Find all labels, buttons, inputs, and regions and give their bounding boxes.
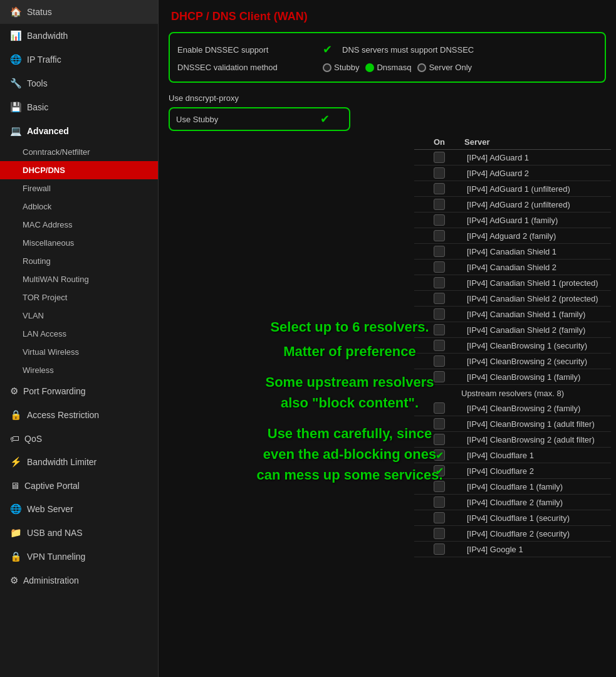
- on-cell[interactable]: [414, 512, 464, 523]
- on-cell[interactable]: [414, 261, 464, 273]
- on-cell[interactable]: [414, 355, 464, 367]
- table-row: [IPv4] Google 1: [414, 542, 611, 557]
- sidebar-item-multiwan[interactable]: MultiWAN Routing: [0, 270, 158, 288]
- sidebar-item-lan-access[interactable]: LAN Access: [0, 325, 158, 343]
- sidebar-item-administration[interactable]: ⚙ Administration: [0, 569, 158, 592]
- sidebar-item-virtual-wireless[interactable]: Virtual Wireless: [0, 343, 158, 361]
- radio-dnsmasq[interactable]: Dnsmasq: [365, 63, 411, 72]
- checkbox-unchecked[interactable]: [434, 293, 445, 304]
- sidebar-item-wireless[interactable]: Wireless: [0, 361, 158, 379]
- on-cell[interactable]: [414, 434, 464, 445]
- sidebar-item-status[interactable]: 🏠 Status: [0, 0, 158, 24]
- checkbox-unchecked[interactable]: [434, 528, 445, 539]
- table-row: [IPv4] Canadian Shield 2: [414, 260, 611, 275]
- on-cell[interactable]: [414, 246, 464, 257]
- sidebar-item-qos[interactable]: 🏷 QoS: [0, 427, 158, 450]
- radio-server-only[interactable]: Server Only: [417, 63, 472, 72]
- checkbox-unchecked[interactable]: [434, 512, 445, 523]
- table-row: [IPv4] CleanBrowsing 1 (security): [414, 338, 611, 354]
- on-cell[interactable]: [414, 528, 464, 539]
- checkbox-unchecked[interactable]: [434, 543, 445, 555]
- on-cell[interactable]: [414, 214, 464, 226]
- on-cell[interactable]: ✔: [414, 465, 464, 476]
- server-cell: [IPv4] CleanBrowsing 1 (family): [464, 372, 611, 382]
- sidebar-item-dhcpdns[interactable]: DHCP/DNS: [0, 161, 158, 179]
- checkbox-unchecked[interactable]: [434, 355, 445, 367]
- checkbox-unchecked[interactable]: [434, 214, 445, 226]
- sidebar-item-vlan[interactable]: VLAN: [0, 307, 158, 325]
- on-cell[interactable]: [414, 340, 464, 351]
- checkbox-unchecked[interactable]: [434, 183, 445, 194]
- sidebar-item-port-forwarding[interactable]: ⚙ Port Forwarding: [0, 379, 158, 403]
- col-header-server: Server: [464, 137, 611, 147]
- checkbox-unchecked[interactable]: [434, 167, 445, 179]
- server-cell: [IPv4] Canadian Shield 2: [464, 263, 611, 272]
- sidebar-item-firewall[interactable]: Firewall: [0, 179, 158, 197]
- sidebar-item-captive-portal[interactable]: 🖥 Captive Portal: [0, 474, 158, 497]
- radio-server-only-label: Server Only: [429, 63, 472, 72]
- on-cell[interactable]: ✔: [414, 449, 464, 461]
- sidebar-item-conntrack[interactable]: Conntrack/Netfilter: [0, 143, 158, 161]
- checkbox-checked[interactable]: ✔: [434, 465, 445, 476]
- checkbox-unchecked[interactable]: [434, 261, 445, 273]
- checkbox-unchecked[interactable]: [434, 230, 445, 241]
- on-cell[interactable]: [414, 402, 464, 414]
- checkbox-unchecked[interactable]: [434, 308, 445, 320]
- sidebar-item-advanced[interactable]: 💻 Advanced: [0, 119, 158, 143]
- sidebar-item-routing[interactable]: Routing: [0, 252, 158, 270]
- checkbox-unchecked[interactable]: [434, 418, 445, 429]
- sidebar-item-bandwidth[interactable]: 📊 Bandwidth: [0, 24, 158, 48]
- checkbox-unchecked[interactable]: [434, 199, 445, 210]
- enable-dnssec-check[interactable]: ✔: [323, 43, 332, 56]
- sidebar-item-web-server[interactable]: 🌐 Web Server: [0, 497, 158, 521]
- sidebar-item-ip-traffic[interactable]: 🌐 IP Traffic: [0, 48, 158, 71]
- on-cell[interactable]: [414, 543, 464, 555]
- checkbox-unchecked[interactable]: [434, 152, 445, 163]
- sidebar-label-routing: Routing: [23, 256, 51, 266]
- sidebar-label-dhcpdns: DHCP/DNS: [23, 165, 65, 175]
- checkbox-unchecked[interactable]: [434, 402, 445, 414]
- sidebar-item-adblock[interactable]: Adblock: [0, 197, 158, 216]
- checkbox-unchecked[interactable]: [434, 371, 445, 382]
- checkbox-unchecked[interactable]: [434, 481, 445, 492]
- radio-dnsmasq-circle: [365, 63, 374, 72]
- sidebar-item-access-restriction[interactable]: 🔒 Access Restriction: [0, 403, 158, 427]
- radio-stubby[interactable]: Stubby: [323, 63, 359, 72]
- on-cell[interactable]: [414, 496, 464, 508]
- use-stubby-check[interactable]: ✔: [320, 112, 330, 126]
- server-cell: [IPv4] CleanBrowsing 1 (security): [464, 341, 611, 350]
- sidebar-item-miscellaneous[interactable]: Miscellaneous: [0, 234, 158, 252]
- sidebar-item-mac-address[interactable]: MAC Address: [0, 216, 158, 234]
- on-cell[interactable]: [414, 167, 464, 179]
- server-cell: [IPv4] Google 1: [464, 545, 611, 554]
- checkbox-unchecked[interactable]: [434, 324, 445, 335]
- sidebar-item-basic[interactable]: 💾 Basic: [0, 95, 158, 119]
- checkbox-unchecked[interactable]: [434, 340, 445, 351]
- on-cell[interactable]: [414, 230, 464, 241]
- table-row: [IPv4] Canadian Shield 2 (protected): [414, 291, 611, 307]
- on-cell[interactable]: [414, 481, 464, 492]
- sidebar-item-usb-nas[interactable]: 📁 USB and NAS: [0, 521, 158, 545]
- checkbox-unchecked[interactable]: [434, 277, 445, 288]
- server-cell: [IPv4] Cloudflare 2: [464, 466, 611, 476]
- on-cell[interactable]: [414, 183, 464, 194]
- checkbox-unchecked[interactable]: [434, 496, 445, 508]
- sidebar-item-bandwidth-limiter[interactable]: ⚡ Bandwidth Limiter: [0, 450, 158, 474]
- sidebar-item-tor[interactable]: TOR Project: [0, 288, 158, 307]
- on-cell[interactable]: [414, 418, 464, 429]
- checkbox-checked[interactable]: ✔: [434, 449, 445, 461]
- table-row: [IPv4] Cloudflare 1 (family): [414, 479, 611, 495]
- dnssec-validation-row: DNSSEC validation method Stubby Dnsmasq …: [177, 60, 597, 75]
- sidebar-item-vpn-tunneling[interactable]: 🔒 VPN Tunneling: [0, 545, 158, 569]
- on-cell[interactable]: [414, 277, 464, 288]
- server-cell: [IPv4] CleanBrowsing 2 (security): [464, 357, 611, 366]
- on-cell[interactable]: [414, 293, 464, 304]
- on-cell[interactable]: [414, 199, 464, 210]
- checkbox-unchecked[interactable]: [434, 434, 445, 445]
- checkbox-unchecked[interactable]: [434, 246, 445, 257]
- on-cell[interactable]: [414, 371, 464, 382]
- on-cell[interactable]: [414, 324, 464, 335]
- on-cell[interactable]: [414, 308, 464, 320]
- sidebar-item-tools[interactable]: 🔧 Tools: [0, 71, 158, 95]
- on-cell[interactable]: [414, 152, 464, 163]
